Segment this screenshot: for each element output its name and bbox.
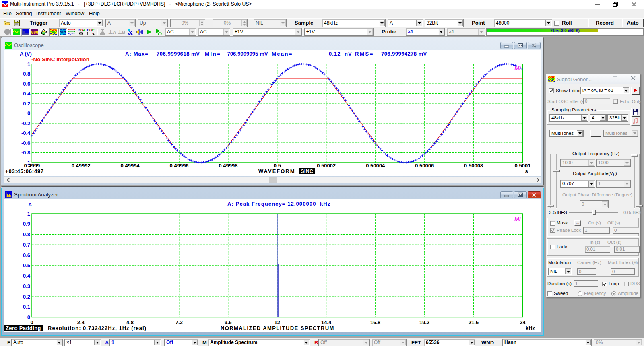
- svg-text:nV: nV: [345, 51, 352, 57]
- svg-text:0.6: 0.6: [23, 81, 30, 87]
- svg-text:16.8: 16.8: [370, 319, 380, 325]
- svg-text:NORMALIZED AMPLITUDE SPECTRUM: NORMALIZED AMPLITUDE SPECTRUM: [221, 325, 334, 331]
- svg-text:-0.2: -0.2: [21, 120, 30, 126]
- svg-text:14.4: 14.4: [321, 319, 332, 325]
- svg-text:0.5: 0.5: [274, 163, 281, 169]
- svg-text:0.49996: 0.49996: [170, 163, 189, 169]
- svg-text:0.8: 0.8: [23, 231, 30, 237]
- svg-text:0.4999: 0.4999: [24, 163, 40, 169]
- svg-text:0.9: 0.9: [23, 221, 30, 227]
- svg-text:0.5001: 0.5001: [515, 163, 531, 169]
- svg-text:0.4: 0.4: [23, 91, 31, 97]
- svg-text:kHz: kHz: [526, 325, 535, 331]
- svg-text:0.49992: 0.49992: [72, 163, 91, 169]
- svg-text:-706.9999995 mV: -706.9999995 mV: [225, 51, 268, 57]
- svg-text:SINC: SINC: [301, 168, 314, 174]
- svg-text:0: 0: [30, 319, 33, 325]
- svg-text:A: Peak Frequency= 12.000000: A: Peak Frequency= 12.000000 kHz: [227, 201, 330, 207]
- svg-text:-No SINC Interpolation: -No SINC Interpolation: [31, 56, 89, 62]
- svg-text:P: P: [83, 28, 85, 32]
- svg-text:C: C: [92, 28, 95, 32]
- svg-text:0.4: 0.4: [23, 273, 31, 279]
- svg-text:0.50008: 0.50008: [464, 163, 483, 169]
- svg-text:0.1: 0.1: [23, 304, 30, 310]
- svg-text:RMS=: RMS=: [355, 51, 374, 57]
- svg-text:0.2: 0.2: [23, 101, 30, 107]
- svg-text:0.6: 0.6: [23, 252, 30, 258]
- svg-text:0.50006: 0.50006: [415, 163, 434, 169]
- svg-text:A: A: [28, 202, 32, 208]
- svg-text:0.50004: 0.50004: [366, 163, 385, 169]
- svg-text:0.5: 0.5: [23, 262, 30, 268]
- svg-text:706.9999618 mV: 706.9999618 mV: [157, 51, 200, 57]
- svg-text:0.50002: 0.50002: [317, 163, 336, 169]
- svg-text:1: 1: [27, 61, 30, 67]
- svg-text:Zero Padding: Zero Padding: [6, 325, 41, 331]
- svg-text:21.6: 21.6: [469, 319, 479, 325]
- svg-text:WAVEFORM: WAVEFORM: [258, 168, 295, 174]
- svg-text:24: 24: [520, 319, 526, 325]
- svg-text:9.6: 9.6: [225, 319, 232, 325]
- svg-text:+03:45:06:497: +03:45:06:497: [5, 168, 44, 174]
- svg-text:0.2: 0.2: [23, 294, 30, 300]
- svg-text:s: s: [525, 168, 528, 174]
- svg-text:Mean=: Mean=: [272, 51, 293, 57]
- svg-text:0.12: 0.12: [329, 51, 341, 57]
- svg-text:0: 0: [27, 314, 30, 320]
- svg-text:Mi: Mi: [514, 65, 521, 72]
- svg-text:888: 888: [31, 30, 38, 35]
- svg-text:0: 0: [27, 110, 30, 116]
- svg-text:A: Max=: A: Max=: [125, 51, 149, 57]
- svg-text:2.4: 2.4: [77, 319, 85, 325]
- svg-text:0.8: 0.8: [23, 71, 30, 77]
- svg-text:-0.6: -0.6: [21, 140, 30, 146]
- svg-text:706.99994278 mV: 706.99994278 mV: [381, 51, 427, 57]
- svg-text:7.2: 7.2: [175, 319, 183, 325]
- svg-text:MIn=: MIn=: [205, 51, 221, 57]
- svg-text:DUT: DUT: [60, 31, 66, 34]
- svg-text:0.3: 0.3: [23, 283, 30, 289]
- svg-text:Resolution: 0.732422Hz, 1Hz (r: Resolution: 0.732422Hz, 1Hz (real): [48, 325, 147, 331]
- svg-text:A (V): A (V): [20, 51, 32, 57]
- svg-text:19.2: 19.2: [419, 319, 429, 325]
- svg-text:-0.4: -0.4: [21, 130, 31, 136]
- svg-text:0.49998: 0.49998: [219, 163, 238, 169]
- svg-text:0.49994: 0.49994: [121, 163, 140, 169]
- svg-text:1: 1: [27, 211, 30, 217]
- svg-text:-0.8: -0.8: [21, 150, 30, 156]
- svg-text:12: 12: [275, 319, 280, 325]
- svg-text:0.7: 0.7: [23, 242, 30, 248]
- svg-text:Mi: Mi: [514, 216, 521, 222]
- svg-text:4.8: 4.8: [126, 319, 134, 325]
